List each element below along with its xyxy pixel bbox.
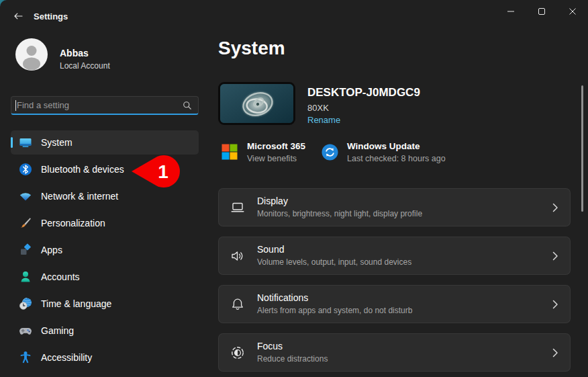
device-model: 80XK (307, 103, 329, 113)
account-name: Abbas (60, 48, 89, 58)
microsoft-logo-icon (222, 144, 238, 160)
device-wallpaper-image (220, 84, 293, 123)
device-name: DESKTOP-J0MDGC9 (307, 86, 420, 99)
search-box[interactable] (11, 96, 199, 115)
search-icon (183, 101, 192, 110)
chevron-right-icon (552, 348, 558, 358)
sidebar-item-apps[interactable]: Apps (11, 238, 199, 262)
sidebar-item-time-language[interactable]: Time & language (11, 292, 199, 316)
user-avatar-icon (15, 38, 48, 71)
sidebar-item-accounts[interactable]: Accounts (11, 265, 199, 289)
close-icon (569, 7, 577, 15)
sidebar-item-label: Time & language (41, 298, 111, 309)
sidebar-item-gaming[interactable]: Gaming (11, 319, 199, 343)
sidebar-item-network-internet[interactable]: Network & internet (11, 184, 199, 208)
promo-subtitle[interactable]: View benefits (247, 154, 297, 163)
sidebar-item-system[interactable]: System (11, 130, 199, 155)
sidebar-item-label: Gaming (41, 325, 74, 336)
accessibility-icon (19, 351, 32, 364)
card-subtitle: Alerts from apps and system, do not dist… (257, 306, 412, 315)
avatar[interactable] (15, 38, 48, 71)
page-title: System (218, 38, 285, 59)
titlebar: Settings (0, 0, 588, 28)
focus-icon (230, 345, 245, 360)
card-focus[interactable]: Focus Reduce distractions (218, 333, 571, 372)
card-subtitle: Monitors, brightness, night light, displ… (257, 209, 422, 218)
promo-title: Microsoft 365 (247, 141, 305, 151)
card-notifications[interactable]: Notifications Alerts from apps and syste… (218, 285, 571, 323)
rename-link[interactable]: Rename (307, 115, 340, 125)
scrollbar-thumb[interactable] (581, 85, 583, 212)
bell-icon (230, 297, 245, 312)
window-title: Settings (34, 11, 68, 22)
card-subtitle: Reduce distractions (257, 354, 328, 364)
maximize-button[interactable] (526, 0, 557, 23)
device-thumbnail (218, 82, 295, 125)
chevron-right-icon (552, 203, 558, 212)
account-type: Local Account (60, 61, 110, 71)
card-display[interactable]: Display Monitors, brightness, night ligh… (218, 188, 571, 226)
promo-title: Windows Update (347, 141, 420, 151)
apps-grid-icon (19, 243, 32, 257)
settings-window: Settings (0, 0, 588, 377)
sidebar-item-label: Accessibility (41, 352, 92, 363)
card-subtitle: Volume levels, output, input, sound devi… (257, 257, 411, 267)
sidebar-nav: System Bluetooth & devices Network & int… (11, 130, 199, 372)
sidebar-item-label: Network & internet (41, 191, 118, 202)
window-controls (495, 0, 588, 23)
search-input[interactable] (17, 97, 177, 112)
minimize-icon (507, 7, 515, 15)
text-caret (15, 100, 16, 111)
bluetooth-icon (19, 163, 32, 176)
clock-globe-icon (19, 297, 32, 310)
chevron-right-icon (552, 300, 558, 309)
card-title: Focus (257, 341, 283, 351)
sidebar-item-accessibility[interactable]: Accessibility (11, 345, 199, 370)
maximize-icon (538, 7, 546, 15)
microsoft-365-promo[interactable]: Microsoft 365 View benefits (222, 138, 319, 167)
sidebar-item-label: Apps (41, 245, 62, 255)
sync-icon (322, 144, 338, 161)
sidebar-item-label: System (41, 137, 72, 148)
sidebar-item-bluetooth-devices[interactable]: Bluetooth & devices (11, 157, 199, 181)
wifi-icon (19, 190, 32, 203)
speaker-icon (230, 249, 245, 263)
minimize-button[interactable] (495, 0, 526, 23)
gamepad-icon (19, 324, 32, 337)
card-title: Sound (257, 244, 284, 255)
promo-subtitle: Last checked: 8 hours ago (347, 154, 446, 163)
card-title: Notifications (257, 292, 308, 303)
paintbrush-icon (19, 216, 32, 230)
sidebar-item-personalization[interactable]: Personalization (11, 211, 199, 235)
person-icon (19, 270, 32, 284)
sidebar-item-label: Personalization (41, 218, 105, 228)
sidebar-item-label: Accounts (41, 271, 80, 282)
back-arrow-icon (13, 11, 23, 22)
chevron-right-icon (552, 251, 558, 261)
selected-indicator (11, 137, 13, 148)
card-title: Display (257, 196, 288, 206)
system-monitor-icon (19, 136, 32, 149)
back-button[interactable] (8, 8, 28, 24)
close-button[interactable] (557, 0, 588, 23)
card-sound[interactable]: Sound Volume levels, output, input, soun… (218, 237, 571, 275)
display-icon (230, 200, 245, 215)
sidebar-item-label: Bluetooth & devices (41, 164, 124, 175)
windows-update-promo[interactable]: Windows Update Last checked: 8 hours ago (322, 138, 462, 167)
